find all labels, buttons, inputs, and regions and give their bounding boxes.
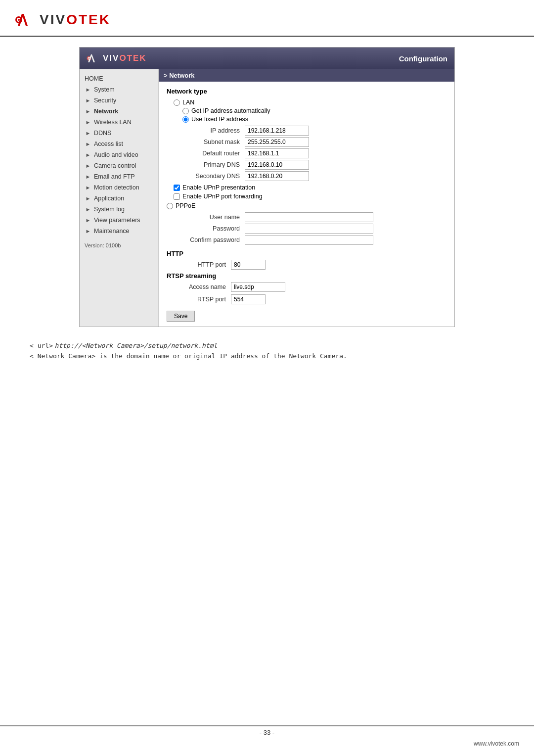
- sidebar-item-ddns[interactable]: ► DDNS: [80, 128, 158, 139]
- rtsp-port-input[interactable]: [231, 294, 266, 304]
- sidebar-version: Version: 0100b: [80, 238, 158, 252]
- http-section-title: HTTP: [167, 250, 446, 257]
- form-row-ip: IP address: [180, 126, 446, 136]
- radio-get-ip[interactable]: Get IP address automatically: [182, 107, 446, 114]
- arrow-icon-wireless: ►: [85, 119, 91, 126]
- top-logo-text: VIVOTEK: [40, 12, 111, 28]
- access-name-input[interactable]: [231, 282, 285, 292]
- top-logo: VIVOTEK: [15, 9, 519, 31]
- sidebar-item-label: HOME: [85, 75, 103, 82]
- sidebar-item-security[interactable]: ► Security: [80, 95, 158, 106]
- website-url: www.vivotek.com: [474, 740, 519, 747]
- content-area: > Network Network type LAN Get IP addres…: [159, 69, 454, 327]
- sidebar-item-label: System: [94, 86, 115, 93]
- password-input[interactable]: [245, 224, 373, 234]
- arrow-icon-viewparams: ►: [85, 217, 91, 224]
- sidebar-item-label: Motion detection: [94, 184, 139, 191]
- url-note: < Network Camera> is the domain name or …: [30, 352, 504, 360]
- logo-otek: OTEK: [66, 12, 111, 27]
- ui-header-logo: VIVOTEK: [87, 51, 147, 65]
- form-row-secondary-dns: Secondary DNS: [180, 171, 446, 181]
- sidebar-item-system-log[interactable]: ► System log: [80, 204, 158, 215]
- main-wrapper: VIVOTEK Configuration HOME ► System: [0, 37, 534, 370]
- top-header: VIVOTEK: [0, 0, 534, 37]
- http-port-label: HTTP port: [167, 261, 231, 268]
- sidebar-item-label: Camera control: [94, 162, 136, 169]
- radio-input-fixed[interactable]: [182, 116, 189, 123]
- ip-address-input[interactable]: [245, 126, 309, 136]
- arrow-icon-ddns: ►: [85, 130, 91, 137]
- secondary-dns-input[interactable]: [245, 171, 309, 181]
- sidebar-item-label: DDNS: [94, 130, 111, 137]
- sidebar-item-label: Maintenance: [94, 228, 130, 235]
- username-input[interactable]: [245, 212, 373, 222]
- sidebar-item-label: Access list: [94, 141, 123, 147]
- pppoe-radio-row[interactable]: PPPoE: [167, 202, 446, 209]
- access-name-row: Access name: [167, 282, 446, 292]
- ui-header: VIVOTEK Configuration: [80, 47, 454, 69]
- sidebar-item-email-ftp[interactable]: ► Email and FTP: [80, 171, 158, 182]
- sidebar-item-label: Security: [94, 97, 116, 104]
- rtsp-section-title: RTSP streaming: [167, 272, 446, 280]
- sidebar: HOME ► System ► Security ► Network: [80, 69, 159, 327]
- checkbox-upnp-port-input[interactable]: [174, 193, 180, 200]
- sidebar-item-access-list[interactable]: ► Access list: [80, 139, 158, 149]
- radio-fixed-label: Use fixed IP address: [191, 116, 248, 123]
- sidebar-item-system[interactable]: ► System: [80, 84, 158, 95]
- ip-fields-table: IP address Subnet mask Default router: [180, 126, 446, 181]
- arrow-icon-syslog: ►: [85, 206, 91, 213]
- rtsp-port-label: RTSP port: [167, 296, 231, 303]
- ui-header-title: Configuration: [399, 54, 447, 63]
- sidebar-item-audio-video[interactable]: ► Audio and video: [80, 149, 158, 160]
- url-prefix: < url>: [30, 342, 53, 349]
- bottom-text: < url> http://<Network Camera>/setup/net…: [30, 342, 504, 360]
- sidebar-item-view-params[interactable]: ► View parameters: [80, 215, 158, 226]
- http-port-row: HTTP port: [167, 260, 446, 270]
- sidebar-item-label: Audio and video: [94, 151, 138, 158]
- checkbox-upnp-presentation[interactable]: Enable UPnP presentation: [174, 184, 446, 191]
- pppoe-label: PPPoE: [176, 202, 195, 209]
- access-name-label: Access name: [167, 284, 231, 290]
- radio-pppoe-input[interactable]: [167, 203, 173, 209]
- sidebar-item-label: View parameters: [94, 217, 140, 224]
- http-port-input[interactable]: [231, 260, 266, 270]
- radio-lan[interactable]: LAN: [174, 99, 446, 106]
- confirm-password-input[interactable]: [245, 235, 373, 245]
- url-italic: http://<Network Camera>/setup/network.ht…: [55, 342, 218, 349]
- sidebar-item-maintenance[interactable]: ► Maintenance: [80, 226, 158, 236]
- form-row-username: User name: [180, 212, 446, 222]
- subnet-mask-label: Subnet mask: [180, 139, 245, 145]
- radio-input-get-ip[interactable]: [182, 108, 189, 114]
- radio-use-fixed[interactable]: Use fixed IP address: [182, 116, 446, 123]
- arrow-icon-app: ►: [85, 195, 91, 202]
- rtsp-port-row: RTSP port: [167, 294, 446, 304]
- sidebar-item-label: Wireless LAN: [94, 119, 132, 126]
- sidebar-item-wireless-lan[interactable]: ► Wireless LAN: [80, 117, 158, 128]
- save-button[interactable]: Save: [167, 311, 195, 322]
- ui-header-logo-text: VIVOTEK: [103, 53, 147, 63]
- subnet-mask-input[interactable]: [245, 137, 309, 147]
- sidebar-item-network[interactable]: ► Network: [80, 106, 158, 117]
- sidebar-item-motion-detection[interactable]: ► Motion detection: [80, 182, 158, 193]
- radio-group-lan: LAN Get IP address automatically Use fix…: [174, 99, 446, 123]
- checkbox-upnp-port[interactable]: Enable UPnP port forwarding: [174, 193, 446, 200]
- arrow-icon-security: ►: [85, 97, 91, 104]
- upnp-presentation-label: Enable UPnP presentation: [182, 184, 255, 191]
- sidebar-item-home[interactable]: HOME: [80, 73, 158, 84]
- password-label: Password: [180, 225, 245, 232]
- arrow-icon-motion: ►: [85, 184, 91, 191]
- top-logo-icon: [15, 9, 37, 31]
- primary-dns-label: Primary DNS: [180, 161, 245, 168]
- footer-divider: [0, 725, 534, 726]
- default-router-input[interactable]: [245, 148, 309, 158]
- form-row-subnet: Subnet mask: [180, 137, 446, 147]
- radio-input-lan[interactable]: [174, 99, 180, 106]
- primary-dns-input[interactable]: [245, 160, 309, 170]
- sidebar-item-application[interactable]: ► Application: [80, 193, 158, 204]
- ui-panel: VIVOTEK Configuration HOME ► System: [79, 47, 455, 327]
- checkbox-upnp-presentation-input[interactable]: [174, 185, 180, 191]
- arrow-icon-network: ►: [85, 108, 91, 115]
- sidebar-item-camera-control[interactable]: ► Camera control: [80, 160, 158, 171]
- radio-lan-label: LAN: [182, 99, 194, 106]
- svg-point-2: [18, 19, 20, 21]
